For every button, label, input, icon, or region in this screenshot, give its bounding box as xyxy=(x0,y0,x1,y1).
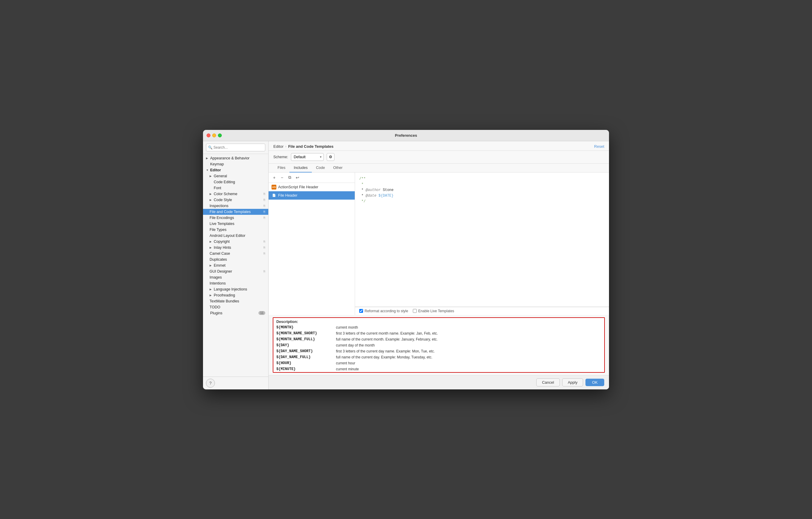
sidebar-item-todo[interactable]: TODO xyxy=(203,304,268,310)
reformat-checkbox[interactable] xyxy=(359,309,363,313)
sidebar-item-inspections[interactable]: Inspections ⎘ xyxy=(203,203,268,209)
description-row: ${DAY_NAME_SHORT}first 3 letters of the … xyxy=(273,348,604,354)
sidebar-item-android-layout-editor[interactable]: Android Layout Editor xyxy=(203,233,268,239)
tab-files[interactable]: Files xyxy=(273,163,289,173)
sidebar-item-live-templates[interactable]: Live Templates xyxy=(203,221,268,227)
sidebar-item-camel-case[interactable]: Camel Case ⎘ xyxy=(203,250,268,256)
breadcrumb-arrow: › xyxy=(285,145,287,148)
sidebar-item-gui-designer[interactable]: GUI Designer ⎘ xyxy=(203,269,268,274)
sidebar-item-textmate-bundles[interactable]: TextMate Bundles xyxy=(203,298,268,304)
cancel-button[interactable]: Cancel xyxy=(536,378,559,387)
copy-icon: ⎘ xyxy=(263,192,265,195)
breadcrumb: Editor › File and Code Templates xyxy=(273,144,334,149)
code-line: */ xyxy=(359,199,605,204)
search-input[interactable] xyxy=(206,144,265,151)
sidebar-item-images[interactable]: Images xyxy=(203,274,268,280)
sidebar-item-emmet[interactable]: Emmet xyxy=(203,263,268,269)
sidebar-item-label: Proofreading xyxy=(214,293,235,297)
sidebar-item-label: Inspections xyxy=(209,204,228,208)
sidebar-item-general[interactable]: General xyxy=(203,173,268,179)
sidebar-item-label: Emmet xyxy=(214,263,226,268)
description-row: ${MONTH_NAME_SHORT}first 3 letters of th… xyxy=(273,330,604,336)
sidebar: 🔍 Appearance & Behavior Keymap xyxy=(203,141,268,389)
sidebar-item-label: Intentions xyxy=(209,281,226,285)
sidebar-item-label: Code Style xyxy=(214,198,232,202)
close-button[interactable] xyxy=(207,133,210,138)
reset-button[interactable]: Reset xyxy=(594,144,604,149)
sidebar-item-editor[interactable]: Editor xyxy=(203,167,268,173)
desc-key: ${MONTH} xyxy=(273,325,333,330)
live-templates-checkbox[interactable] xyxy=(413,309,417,313)
sidebar-item-appearance[interactable]: Appearance & Behavior xyxy=(203,155,268,161)
tab-includes[interactable]: Includes xyxy=(289,163,312,173)
scheme-select[interactable]: Default xyxy=(291,153,324,161)
sidebar-item-file-encodings[interactable]: File Encodings ⎘ xyxy=(203,215,268,221)
live-templates-checkbox-wrap: Enable Live Templates xyxy=(413,309,454,313)
sidebar-item-file-types[interactable]: File Types xyxy=(203,227,268,233)
revert-template-button[interactable]: ↩ xyxy=(294,174,301,181)
reformat-checkbox-wrap: Reformat according to style xyxy=(359,309,408,313)
desc-value: full name of the current month. Example:… xyxy=(333,336,604,342)
window-body: 🔍 Appearance & Behavior Keymap xyxy=(203,141,609,389)
desc-key: ${MONTH_NAME_FULL} xyxy=(273,336,333,342)
template-list: AS ActionScript File Header 📄 File Heade… xyxy=(268,183,355,315)
copy-template-button[interactable]: ⧉ xyxy=(287,174,293,181)
sidebar-item-copyright[interactable]: Copyright ⎘ xyxy=(203,239,268,245)
template-item-file-header[interactable]: 📄 File Header xyxy=(268,191,355,200)
template-toolbar: + − ⧉ ↩ xyxy=(268,173,355,183)
editor-area: + − ⧉ ↩ AS ActionScript File Heade xyxy=(268,173,609,375)
sidebar-item-duplicates[interactable]: Duplicates xyxy=(203,256,268,263)
sidebar-item-color-scheme[interactable]: Color Scheme ⎘ xyxy=(203,191,268,197)
gear-button[interactable]: ⚙ xyxy=(327,153,335,161)
desc-value: current hour xyxy=(333,360,604,366)
template-item-label: ActionScript File Header xyxy=(278,185,318,189)
chevron-icon xyxy=(209,264,212,267)
minimize-button[interactable] xyxy=(212,133,216,138)
scheme-label: Scheme: xyxy=(273,155,288,159)
sidebar-item-label: Images xyxy=(209,275,222,279)
sidebar-item-plugins[interactable]: Plugins 11 xyxy=(203,310,268,316)
remove-template-button[interactable]: − xyxy=(279,174,285,181)
tab-code[interactable]: Code xyxy=(312,163,329,173)
code-line: /** xyxy=(359,176,605,182)
sidebar-item-code-style[interactable]: Code Style ⎘ xyxy=(203,197,268,203)
desc-value: current month xyxy=(333,325,604,330)
ok-button[interactable]: OK xyxy=(585,379,604,386)
template-item-actionscript[interactable]: AS ActionScript File Header xyxy=(268,183,355,191)
sidebar-item-proofreading[interactable]: Proofreading xyxy=(203,292,268,298)
sidebar-tree: Appearance & Behavior Keymap Editor Gene… xyxy=(203,154,268,376)
description-row: ${DAY}current day of the month xyxy=(273,342,604,348)
help-button[interactable]: ? xyxy=(206,379,215,388)
sidebar-item-keymap[interactable]: Keymap xyxy=(203,161,268,167)
description-row: ${HOUR}current hour xyxy=(273,360,604,366)
sidebar-item-file-and-code-templates[interactable]: File and Code Templates ⎘ xyxy=(203,209,268,215)
chevron-icon xyxy=(209,294,212,297)
copy-icon: ⎘ xyxy=(263,270,265,273)
tab-other[interactable]: Other xyxy=(329,163,347,173)
plugins-badge: 11 xyxy=(258,311,265,315)
preferences-window: Preferences 🔍 Appearance & Behavior xyxy=(203,130,609,389)
copy-icon: ⎘ xyxy=(263,204,265,207)
maximize-button[interactable] xyxy=(218,133,222,138)
sidebar-item-label: Copyright xyxy=(214,240,230,244)
description-panel: Description: ${MONTH}current month${MONT… xyxy=(273,317,605,373)
sidebar-item-language-injections[interactable]: Language Injections xyxy=(203,286,268,292)
desc-key: ${MINUTE} xyxy=(273,366,333,372)
desc-key: ${DAY_NAME_FULL} xyxy=(273,354,333,360)
add-template-button[interactable]: + xyxy=(271,174,278,181)
sidebar-item-inlay-hints[interactable]: Inlay Hints ⎘ xyxy=(203,245,268,250)
copy-icon: ⎘ xyxy=(263,240,265,243)
apply-button[interactable]: Apply xyxy=(562,378,583,387)
sidebar-item-label: Editor xyxy=(210,168,221,172)
copy-icon: ⎘ xyxy=(263,216,265,219)
code-editor[interactable]: /** * * @author Stone * @date ${DATE} */ xyxy=(355,173,609,307)
sidebar-item-label: Camel Case xyxy=(209,251,230,256)
sidebar-item-code-editing[interactable]: Code Editing xyxy=(203,179,268,185)
scheme-select-wrap: Default ▼ xyxy=(291,153,324,161)
desc-value: first 3 letters of the current month nam… xyxy=(333,330,604,336)
sidebar-item-intentions[interactable]: Intentions xyxy=(203,280,268,286)
description-row: ${MONTH}current month xyxy=(273,325,604,330)
traffic-lights xyxy=(207,133,222,138)
titlebar: Preferences xyxy=(203,130,609,141)
sidebar-item-font[interactable]: Font xyxy=(203,185,268,191)
